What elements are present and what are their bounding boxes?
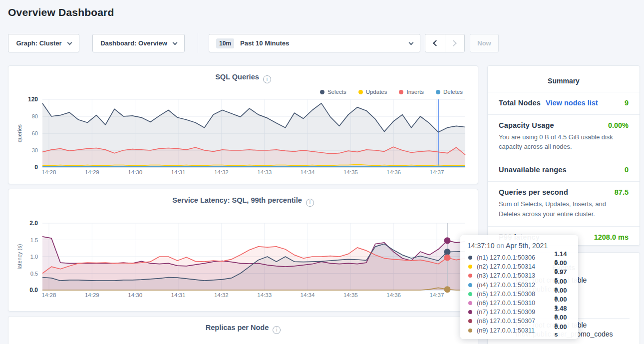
x-axis-tick: 14:30 [128,169,142,175]
y-axis-tick: 120 [28,96,38,103]
node-address: (n6) 127.0.0.1:50310 [477,300,554,307]
chevron-right-icon [451,40,457,46]
node-address: (n7) 127.0.0.1:50309 [477,309,554,316]
y-axis-tick: 0.5 [30,271,38,277]
summary-panel: Summary Total NodesView nodes list9Capac… [487,65,640,246]
y-axis-tick: 60 [32,130,38,136]
x-axis-tick: 14:36 [386,292,401,298]
summary-row-label: Capacity Usage [499,121,554,129]
graph-dropdown-label: Graph: Cluster [16,39,61,47]
hover-marker [444,237,450,244]
node-address: (n2) 127.0.0.1:50314 [477,263,554,270]
x-axis-tick: 14:29 [85,292,99,298]
chevron-left-icon [433,40,439,46]
summary-row: Unavailable ranges0 [488,159,640,181]
x-axis-tick: 14:29 [85,169,99,175]
node-series-dot-icon [468,301,472,305]
node-series-dot-icon [468,256,472,260]
sql-queries-chart-panel: SQL Queriesi SelectsUpdatesInsertsDelete… [8,65,478,184]
summary-row: Queries per second87.5Sum of Selects, Up… [488,181,640,226]
summary-row-label: Unavailable ranges [499,166,567,174]
chart-title: Replicas per Nodei [8,324,478,334]
chevron-down-icon [67,40,72,45]
now-button[interactable]: Now [470,34,499,52]
x-axis-tick: 14:28 [42,169,56,175]
x-axis-tick: 14:32 [214,169,229,175]
node-address: (n8) 127.0.0.1:50307 [477,318,554,325]
chart-title-text: Replicas per Node [206,324,269,332]
x-axis-tick: 14:37 [430,292,444,298]
summary-row-label: Total Nodes [499,99,541,107]
hover-marker [444,249,450,255]
summary-row-value: 87.5 [615,188,629,196]
summary-row-value: 9 [625,99,629,107]
chevron-down-icon [172,40,177,45]
summary-row: Total NodesView nodes list9 [488,92,640,114]
hover-marker [444,255,450,261]
summary-header: Summary [488,66,640,92]
replicas-per-node-chart-panel: Replicas per Nodei [8,316,478,344]
hover-marker [444,286,450,293]
dashboard-dropdown-label: Dashboard: Overview [100,39,167,47]
chevron-down-icon [409,40,414,45]
y-axis-label: queries [16,124,22,142]
page-title: Overview Dashboard [8,6,114,18]
time-range-dropdown[interactable]: 10m Past 10 Minutes [209,34,420,52]
x-axis-tick: 14:36 [386,169,401,175]
tooltip-connector: on [496,242,504,250]
summary-row-value: 1208.0 ms [594,233,629,241]
node-series-dot-icon [468,329,472,333]
y-axis-tick: 30 [32,147,38,153]
y-axis-tick: 1.5 [30,237,38,243]
dashboard-dropdown[interactable]: Dashboard: Overview [92,34,185,52]
view-nodes-list-link[interactable]: View nodes list [546,99,598,107]
graph-dropdown[interactable]: Graph: Cluster [8,34,79,52]
time-range-badge: 10m [216,38,234,48]
x-axis-tick: 14:33 [257,292,272,298]
summary-row-description: Sum of Selects, Updates, Inserts, and De… [499,199,629,218]
x-axis-tick: 14:35 [343,292,358,298]
x-axis-tick: 14:34 [301,169,315,175]
y-axis-label: latency (s) [16,244,22,270]
time-prev-button[interactable] [425,34,445,52]
tooltip-time: 14:37:10 [467,242,495,250]
y-axis-tick: 1.0 [30,254,38,260]
node-series-dot-icon [468,292,472,296]
summary-row-description: You are using 0 B of 4.5 GiB usable disk… [499,132,629,151]
x-axis-tick: 14:28 [42,292,56,298]
node-address: (n3) 127.0.0.1:50313 [477,272,554,279]
y-axis-tick: 90 [32,113,38,119]
sql-queries-chart[interactable]: 14:2814:2914:3014:3114:3214:3314:3414:35… [8,66,478,184]
node-series-dot-icon [468,274,472,278]
service-latency-chart[interactable]: 14:2814:2914:3014:3114:3214:3314:3414:35… [8,189,478,311]
toolbar-divider [198,33,198,53]
summary-row: Capacity Usage0.00%You are using 0 B of … [488,114,640,159]
x-axis-tick: 14:33 [257,169,272,175]
node-address: (n1) 127.0.0.1:50306 [477,254,554,261]
node-address: (n4) 127.0.0.1:50312 [477,282,554,289]
node-address: (n5) 127.0.0.1:50308 [477,291,554,298]
x-axis-tick: 14:30 [128,292,142,298]
tooltip-date: Apr 5th, 2021 [506,242,548,250]
x-axis-tick: 14:32 [214,292,229,298]
node-series-dot-icon [468,283,472,287]
y-axis-tick: 0.0 [29,287,38,294]
tooltip-timestamp: 14:37:10 on Apr 5th, 2021 [467,242,571,250]
now-button-label: Now [477,39,491,47]
chart-hover-tooltip: 14:37:10 on Apr 5th, 2021 (n1) 127.0.0.1… [460,235,578,339]
node-series-dot-icon [468,319,472,323]
node-address: (n9) 127.0.0.1:50311 [477,327,554,334]
x-axis-tick: 14:37 [430,169,444,175]
info-icon[interactable]: i [273,326,281,334]
node-latency-value: 0.00 s [554,323,571,338]
node-series-dot-icon [468,265,472,269]
node-series-dot-icon [468,310,472,314]
y-axis-tick: 2.0 [29,220,38,227]
time-next-button[interactable] [445,34,464,52]
y-axis-tick: 0 [34,164,38,171]
x-axis-tick: 14:34 [301,292,315,298]
service-latency-chart-panel: Service Latency: SQL, 99th percentilei 1… [8,189,478,312]
time-range-label: Past 10 Minutes [240,39,289,47]
summary-row-label: Queries per second [499,188,568,196]
time-nav-group [425,34,465,52]
